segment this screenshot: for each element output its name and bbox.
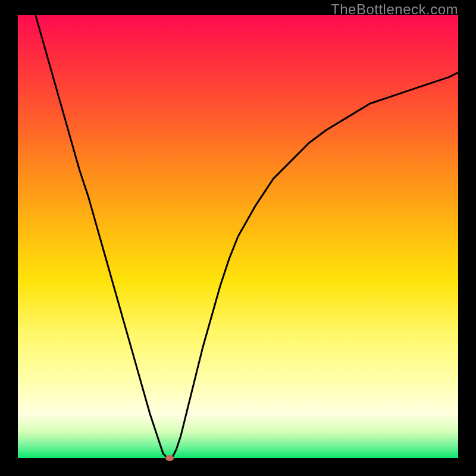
right-branch-line [172,73,458,458]
plot-area [18,15,458,458]
watermark-text: TheBottleneck.com [331,1,458,18]
left-branch-line [36,15,168,458]
chart-frame: TheBottleneck.com [0,0,476,476]
minimum-marker [165,455,174,461]
curve-svg [18,15,458,458]
